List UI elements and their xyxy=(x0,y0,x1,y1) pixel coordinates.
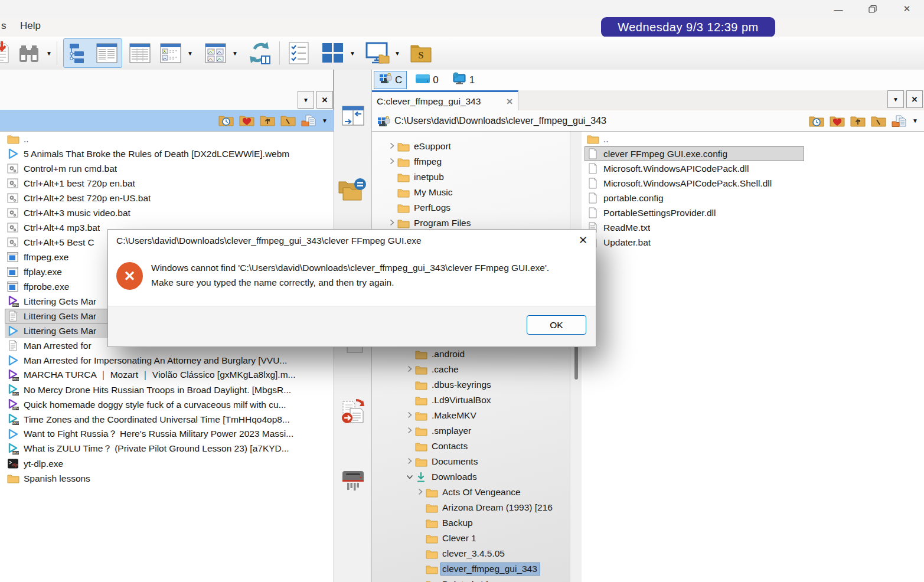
file-row[interactable]: Microsoft.WindowsAPICodePack.Shell.dll xyxy=(585,176,804,191)
tree-item[interactable]: .dbus-keyrings xyxy=(372,377,567,393)
right-tab-dropdown-button[interactable]: ▼ xyxy=(887,90,904,108)
toolbar-view-details-button[interactable] xyxy=(93,40,121,67)
file-row[interactable]: .. xyxy=(585,132,804,146)
tree-item[interactable]: Backup xyxy=(372,515,567,531)
file-row[interactable]: PortableSettingsProvider.dll xyxy=(585,205,804,220)
folder-up-icon[interactable] xyxy=(850,115,866,127)
mid-toolbar-swap-panels-button[interactable] xyxy=(340,104,366,130)
copy-list-icon[interactable] xyxy=(892,115,907,127)
tree-item[interactable]: .smplayer xyxy=(372,423,567,439)
tree-item[interactable]: clever_ffmpeg_gui_343 xyxy=(372,561,567,577)
copy-list-icon[interactable] xyxy=(301,114,316,127)
tree-item[interactable]: Clever 1 xyxy=(372,531,567,546)
tree-item[interactable]: PerfLogs xyxy=(372,200,567,215)
mid-toolbar-folders-equal-button[interactable] xyxy=(338,176,368,204)
toolbar-search-binoculars-button[interactable] xyxy=(13,40,45,67)
file-row[interactable]: Ctrl+Alt+3 music video.bat xyxy=(5,205,334,220)
file-row[interactable]: MP4MARCHA TURCA ｜ Mozart ｜ Violão Clássi… xyxy=(5,368,334,382)
file-row[interactable]: MKVTime Zones and the Coordinated Univer… xyxy=(5,412,334,427)
right-tab-close-button[interactable]: ✕ xyxy=(906,90,923,108)
file-row[interactable]: dlpyt-dlp.exe xyxy=(5,456,334,471)
dropdown-arrow-icon[interactable]: ▼ xyxy=(393,50,401,57)
toolbar-view-thumbnails-button[interactable] xyxy=(200,40,231,67)
chevron-right-icon[interactable] xyxy=(404,365,415,374)
address-bar[interactable]: C:\Users\david\Downloads\clever_ffmpeg_g… xyxy=(372,110,924,131)
tree-item[interactable]: eSupport xyxy=(372,139,567,154)
tab-clever-ffmpeg-gui[interactable]: C:clever_ffmpeg_gui_343 ✕ xyxy=(372,90,518,110)
close-button[interactable]: ✕ xyxy=(890,0,924,18)
file-row[interactable]: Ctrl+Alt+2 best 720p en-US.bat xyxy=(5,191,334,205)
folder-history-icon[interactable] xyxy=(218,114,234,127)
chevron-right-icon[interactable] xyxy=(404,457,415,466)
file-row[interactable]: Updater.bat xyxy=(585,235,804,250)
file-row[interactable]: Control+m run cmd.bat xyxy=(5,161,334,176)
chevron-right-icon[interactable] xyxy=(404,427,415,436)
file-row[interactable]: MP4Quick homemade doggy style fuck of a … xyxy=(5,397,334,412)
toolbar-tiles-button[interactable] xyxy=(318,40,348,67)
menu-item-partial[interactable]: s xyxy=(1,20,6,32)
dropdown-arrow-icon[interactable]: ▼ xyxy=(231,50,239,57)
dropdown-arrow-icon[interactable]: ▼ xyxy=(348,50,357,57)
maximize-button[interactable] xyxy=(856,0,890,18)
tree-item[interactable]: ffmpeg xyxy=(372,154,567,169)
folder-up-icon[interactable] xyxy=(260,114,275,127)
dropdown-arrow-icon[interactable]: ▼ xyxy=(186,50,194,57)
chevron-right-icon[interactable] xyxy=(415,488,426,497)
dropdown-arrow-icon[interactable]: ▼ xyxy=(322,117,329,124)
left-pane-path-header[interactable]: ▼ xyxy=(0,110,334,131)
folder-history-icon[interactable] xyxy=(809,115,824,127)
file-row[interactable]: Spanish lessons xyxy=(5,471,334,486)
file-row[interactable]: Microsoft.WindowsAPICodePack.dll xyxy=(585,161,804,176)
tree-item[interactable]: clever_3.4.5.05 xyxy=(372,546,567,561)
chevron-right-icon[interactable] xyxy=(387,142,397,151)
left-tab-dropdown-button[interactable]: ▼ xyxy=(298,91,314,109)
drive-button-1[interactable]: 1 xyxy=(447,71,479,89)
drive-button-c[interactable]: C xyxy=(374,71,407,89)
folder-favorites-icon[interactable] xyxy=(830,115,845,127)
tree-item[interactable]: Documents xyxy=(372,454,567,469)
dialog-titlebar[interactable]: C:\Users\david\Downloads\clever_ffmpeg_g… xyxy=(108,230,596,251)
chevron-down-icon[interactable] xyxy=(404,473,415,482)
tree-item[interactable]: Deleted videos xyxy=(372,577,567,582)
dialog-close-icon[interactable]: ✕ xyxy=(579,234,587,247)
drive-button-0[interactable]: 0 xyxy=(410,71,443,89)
toolbar-view-table-button[interactable] xyxy=(125,40,155,67)
file-row[interactable]: ReadMe.txt xyxy=(585,220,804,235)
dropdown-arrow-icon[interactable]: ▼ xyxy=(912,117,919,124)
tree-item[interactable]: Arizona Dream (1993) [216 xyxy=(372,500,567,515)
toolbar-run-doc-button[interactable] xyxy=(0,40,13,67)
chevron-right-icon[interactable] xyxy=(404,411,415,420)
toolbar-view-list-button[interactable] xyxy=(155,40,186,67)
mid-toolbar-doc-convert-button[interactable] xyxy=(338,398,368,427)
tree-item[interactable]: .cache xyxy=(372,362,567,377)
ok-button[interactable]: OK xyxy=(527,315,586,335)
file-row[interactable]: clever FFmpeg GUI.exe.config xyxy=(585,146,804,161)
mid-toolbar-shredder-button[interactable] xyxy=(339,469,367,496)
chevron-right-icon[interactable] xyxy=(387,158,397,166)
dropdown-arrow-icon[interactable]: ▼ xyxy=(45,50,53,57)
toolbar-refresh-swap-button[interactable] xyxy=(244,40,276,67)
tree-item[interactable]: .android xyxy=(372,346,567,362)
file-row[interactable]: Ctrl+Alt+1 best 720p en.bat xyxy=(5,176,334,191)
toolbar-folder-s-button[interactable]: S xyxy=(407,40,435,67)
toolbar-checklist-button[interactable] xyxy=(283,40,314,67)
menu-item-help[interactable]: Help xyxy=(20,20,41,32)
folder-favorites-icon[interactable] xyxy=(239,114,254,127)
toolbar-view-tree-button[interactable] xyxy=(64,40,93,67)
tree-item[interactable]: inetpub xyxy=(372,169,567,185)
tree-item[interactable]: .MakeMKV xyxy=(372,408,567,423)
left-tab-close-button[interactable]: ✕ xyxy=(316,91,333,109)
file-row[interactable]: .. xyxy=(5,132,334,146)
toolbar-monitor-folder-button[interactable] xyxy=(361,40,393,67)
file-row[interactable]: MKVNo Mercy Drone Hits Russian Troops in… xyxy=(5,382,334,397)
tree-item[interactable]: My Music xyxy=(372,185,567,200)
tree-item[interactable]: Downloads xyxy=(372,469,567,485)
folder-root-icon[interactable] xyxy=(280,114,296,127)
chevron-right-icon[interactable] xyxy=(387,219,397,228)
folder-root-icon[interactable] xyxy=(871,115,886,127)
file-row[interactable]: portable.config xyxy=(585,191,804,205)
tab-close-icon[interactable]: ✕ xyxy=(506,97,513,106)
tree-scrollbar[interactable] xyxy=(570,132,582,582)
file-row[interactable]: Want to Fight Russia？ Here's Russia Mili… xyxy=(5,427,334,442)
tree-item[interactable]: Contacts xyxy=(372,439,567,454)
